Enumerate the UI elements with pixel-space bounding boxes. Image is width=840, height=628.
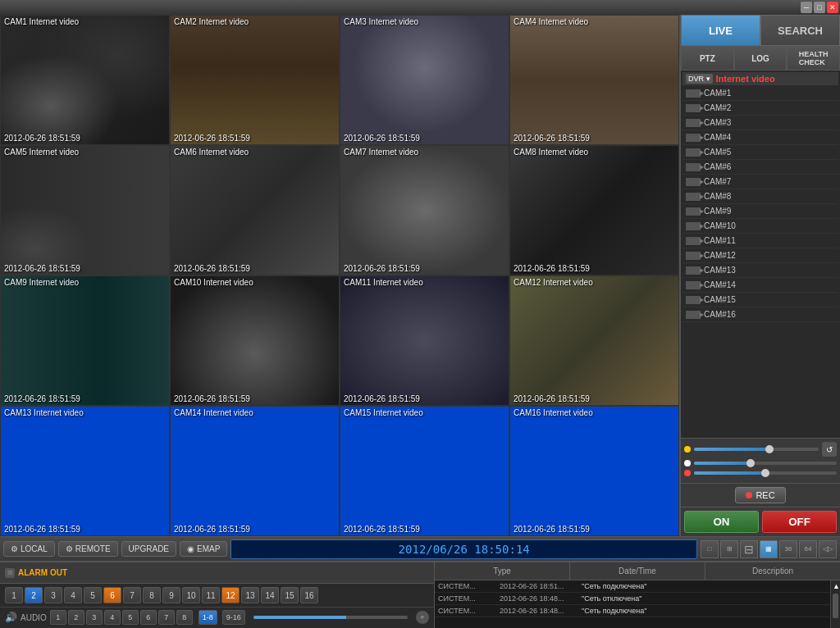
color-thumb[interactable] (761, 469, 769, 477)
local-button[interactable]: ⚙ LOCAL (3, 541, 55, 557)
cam-list-item-5[interactable]: CAM#5 (682, 145, 838, 160)
alarm-ch-1[interactable]: 1 (5, 587, 23, 603)
camera-cell-9[interactable]: CAM9 Internet video 2012-06-26 18:51:59 (0, 275, 170, 406)
cam-list-item-12[interactable]: CAM#12 (682, 248, 838, 263)
audio-range-9-16[interactable]: 9-16 (222, 610, 245, 625)
camera-cell-7[interactable]: CAM7 Internet video 2012-06-26 18:51:59 (340, 145, 509, 275)
alarm-ch-4[interactable]: 4 (64, 587, 82, 603)
contrast-slider[interactable] (694, 462, 837, 465)
audio-ch-6[interactable]: 6 (140, 610, 157, 625)
emap-button[interactable]: ◉ EMAP (180, 541, 227, 557)
camera-cell-3[interactable]: CAM3 Internet video 2012-06-26 18:51:59 (340, 15, 509, 145)
layout-btn-1[interactable]: □ (701, 540, 719, 558)
camera-cell-14[interactable]: CAM14 Internet video 2012-06-26 18:51:59 (170, 406, 340, 536)
cam-list-item-4[interactable]: CAM#4 (682, 130, 838, 145)
alarm-ch-8[interactable]: 8 (143, 587, 161, 603)
brightness-slider[interactable] (694, 448, 819, 451)
brightness-thumb[interactable] (765, 445, 774, 453)
log-scroll-up[interactable]: ▲ (831, 580, 840, 592)
log-entry-2[interactable]: СИСТЕМ... 2012-06-26 18:48... "Сеть откл… (435, 593, 830, 605)
log-scroll-thumb[interactable] (833, 594, 838, 618)
alarm-ch-6[interactable]: 6 (103, 587, 121, 603)
health-check-button[interactable]: HEALTHCHECK (787, 46, 840, 71)
audio-volume-slider[interactable] (253, 616, 408, 619)
cam-list-icon-16 (686, 311, 701, 319)
alarm-ch-14[interactable]: 14 (261, 587, 279, 603)
cam-list-item-15[interactable]: CAM#15 (682, 293, 838, 307)
layout-btn-16[interactable]: ▦ (760, 540, 778, 558)
audio-ch-2[interactable]: 2 (68, 610, 84, 625)
log-entry-1[interactable]: СИСТЕМ... 2012-06-26 18:51... "Сеть подк… (435, 580, 830, 593)
cam-list-item-8[interactable]: CAM#8 (682, 189, 838, 204)
off-button[interactable]: OFF (762, 511, 837, 533)
alarm-ch-16[interactable]: 16 (300, 587, 318, 603)
alarm-ch-15[interactable]: 15 (281, 587, 299, 603)
ptz-button[interactable]: PTZ (681, 46, 734, 71)
close-button[interactable]: ✕ (827, 2, 838, 13)
camera-cell-11[interactable]: CAM11 Internet video 2012-06-26 18:51:59 (340, 275, 509, 406)
alarm-ch-10[interactable]: 10 (182, 587, 200, 603)
cam-9-timestamp: 2012-06-26 18:51:59 (4, 394, 80, 403)
cam-list-item-6[interactable]: CAM#6 (682, 160, 838, 175)
layout-btn-64[interactable]: 64 (799, 540, 817, 558)
alarm-ch-9[interactable]: 9 (162, 587, 180, 603)
camera-cell-13[interactable]: CAM13 Internet video 2012-06-26 18:51:59 (0, 406, 170, 536)
log-entry-3[interactable]: СИСТЕМ... 2012-06-26 18:48... "Сеть подк… (435, 605, 830, 617)
layout-btn-4[interactable]: ⊞ (720, 540, 738, 558)
cam-list-item-14[interactable]: CAM#14 (682, 278, 838, 293)
remote-button[interactable]: ⚙ REMOTE (58, 541, 118, 557)
rec-dot (746, 492, 752, 498)
audio-ch-5[interactable]: 5 (122, 610, 139, 625)
on-button[interactable]: ON (684, 511, 759, 533)
layout-btn-36[interactable]: 36 (779, 540, 797, 558)
cam-list-item-11[interactable]: CAM#11 (682, 234, 838, 248)
camera-cell-2[interactable]: CAM2 Internet video 2012-06-26 18:51:59 (170, 15, 340, 145)
alarm-ch-11[interactable]: 11 (202, 587, 220, 603)
camera-cell-12[interactable]: CAM12 Internet video 2012-06-26 18:51:59 (509, 275, 679, 406)
cam-list-item-16[interactable]: CAM#16 (682, 307, 838, 322)
log-button[interactable]: LOG (734, 46, 788, 71)
live-button[interactable]: LIVE (681, 15, 760, 46)
refresh-button[interactable]: ↺ (822, 442, 837, 457)
dvr-header[interactable]: DVR ▾ Internet video (682, 72, 838, 85)
contrast-thumb[interactable] (746, 459, 755, 467)
cam-list-item-1[interactable]: CAM#1 (682, 86, 838, 101)
audio-ch-8[interactable]: 8 (176, 610, 193, 625)
alarm-ch-12[interactable]: 12 (221, 587, 240, 603)
color-slider[interactable] (694, 471, 837, 475)
maximize-button[interactable]: □ (814, 2, 825, 13)
cam-list-item-10[interactable]: CAM#10 (682, 219, 838, 234)
cam-list-item-7[interactable]: CAM#7 (682, 175, 838, 189)
camera-cell-5[interactable]: CAM5 Internet video 2012-06-26 18:51:59 (0, 145, 170, 275)
layout-btn-9[interactable]: ⊟ (740, 540, 758, 558)
minimize-button[interactable]: ─ (801, 2, 812, 13)
camera-cell-6[interactable]: CAM6 Internet video 2012-06-26 18:51:59 (170, 145, 340, 275)
rec-button[interactable]: REC (735, 487, 785, 503)
audio-ch-1[interactable]: 1 (50, 610, 66, 625)
audio-ch-3[interactable]: 3 (86, 610, 103, 625)
audio-ch-7[interactable]: 7 (158, 610, 175, 625)
camera-cell-8[interactable]: CAM8 Internet video 2012-06-26 18:51:59 (509, 145, 679, 275)
alarm-ch-7[interactable]: 7 (123, 587, 141, 603)
camera-cell-16[interactable]: CAM16 Internet video 2012-06-26 18:51:59 (509, 406, 679, 536)
alarm-ch-13[interactable]: 13 (241, 587, 259, 603)
alarm-ch-5[interactable]: 5 (84, 587, 102, 603)
log-scrollbar[interactable]: ▲ ▼ (830, 580, 840, 628)
cam-list-item-2[interactable]: CAM#2 (682, 101, 838, 116)
upgrade-button[interactable]: UPGRADE (121, 541, 176, 557)
camera-cell-4[interactable]: CAM4 Internet video 2012-06-26 18:51:59 (509, 15, 679, 145)
search-button[interactable]: SEARCH (760, 15, 840, 46)
cam-list-item-9[interactable]: CAM#9 (682, 204, 838, 219)
cam-list-item-13[interactable]: CAM#13 (682, 263, 838, 278)
cam-2-label: CAM2 Internet video (174, 17, 249, 26)
camera-cell-10[interactable]: CAM10 Internet video 2012-06-26 18:51:59 (170, 275, 340, 406)
camera-cell-15[interactable]: CAM15 Internet video 2012-06-26 18:51:59 (340, 406, 509, 536)
audio-range-1-8[interactable]: 1-8 (199, 610, 217, 625)
layout-btn-nav[interactable]: ◁▷ (819, 540, 837, 558)
cam-list-item-3[interactable]: CAM#3 (682, 116, 838, 130)
camera-cell-1[interactable]: CAM1 Internet video 2012-06-26 18:51:59 (0, 15, 170, 145)
alarm-ch-3[interactable]: 3 (44, 587, 62, 603)
audio-mute-button[interactable]: + (416, 611, 429, 624)
audio-ch-4[interactable]: 4 (104, 610, 121, 625)
alarm-ch-2[interactable]: 2 (25, 587, 43, 603)
